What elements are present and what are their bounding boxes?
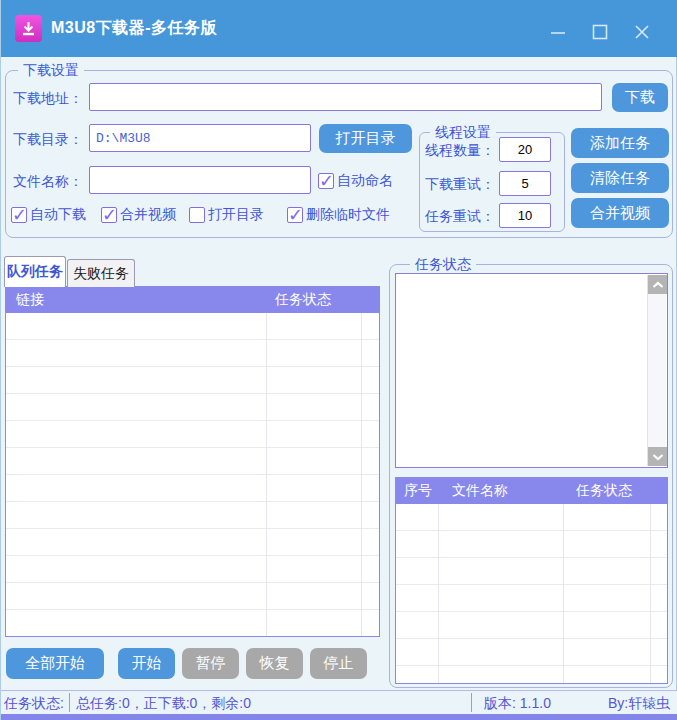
scroll-up-button[interactable] [648,275,667,294]
delete-temp-checkbox-box [287,207,303,223]
app-window: M3U8下载器-多任务版 下载设置 下载地址： 下载 下载目录： 打开目录 文件… [0,0,677,720]
open-folder-checkbox-box [189,207,205,223]
status-table-body[interactable] [396,504,667,683]
status-bar-divider [69,693,70,712]
task-status-group-label: 任务状态 [410,256,476,273]
status-bar-divider-2 [471,693,472,712]
queue-table-header: 链接 任务状态 [6,287,379,313]
title-bar[interactable]: M3U8下载器-多任务版 [1,0,677,57]
open-dir-button[interactable]: 打开目录 [319,124,412,153]
download-settings-group-label: 下载设置 [18,62,84,79]
url-label: 下载地址： [13,90,83,108]
open-folder-checkbox[interactable]: 打开目录 [189,206,264,224]
clear-task-button[interactable]: 清除任务 [571,163,669,193]
resume-button[interactable]: 恢复 [246,648,303,679]
chevron-down-icon [652,453,664,461]
delete-temp-checkbox[interactable]: 删除临时文件 [287,206,390,224]
tab-queue-tasks-label: 队列任务 [7,263,63,281]
download-icon [19,19,38,38]
maximize-icon [592,24,608,40]
thread-count-input[interactable] [499,137,551,162]
queue-col-link: 链接 [16,291,44,309]
queue-col-status: 任务状态 [275,291,331,309]
merge-video-button[interactable]: 合并视频 [571,198,669,228]
task-retry-input[interactable] [499,203,551,228]
thread-settings-group-label: 线程设置 [430,124,496,141]
status-col-index: 序号 [404,482,432,500]
queue-table: 链接 任务状态 [5,286,380,637]
status-bar-author: By:轩辕虫 [608,695,670,713]
app-logo-icon [15,15,42,42]
bottom-accent-strip [1,714,677,720]
status-bar-version: 版本: 1.1.0 [484,695,551,713]
merge-video-checkbox-box [101,207,117,223]
pause-button[interactable]: 暂停 [182,648,239,679]
open-folder-checkbox-label: 打开目录 [208,206,264,224]
download-retry-label: 下载重试： [425,176,495,194]
status-bar-label: 任务状态: [4,695,64,713]
status-bar: 任务状态: 总任务:0，正下载:0，剩余:0 版本: 1.1.0 By:轩辕虫 [1,690,677,714]
auto-download-checkbox-label: 自动下载 [30,206,86,224]
maximize-button[interactable] [585,20,615,44]
dir-label: 下载目录： [13,131,83,149]
task-log-area[interactable] [395,273,668,468]
tab-failed-tasks[interactable]: 失败任务 [67,259,135,287]
window-title: M3U8下载器-多任务版 [51,18,217,39]
status-table-header: 序号 文件名称 任务状态 [396,478,667,504]
chevron-up-icon [652,281,664,289]
url-input[interactable] [89,83,602,111]
thread-count-label: 线程数量： [425,142,495,160]
status-col-filename: 文件名称 [452,482,508,500]
tab-queue-tasks[interactable]: 队列任务 [4,256,66,287]
queue-table-body[interactable] [6,313,379,636]
start-button[interactable]: 开始 [118,648,175,679]
status-table: 序号 文件名称 任务状态 [395,477,668,684]
tab-failed-tasks-label: 失败任务 [73,265,129,283]
delete-temp-checkbox-label: 删除临时文件 [306,206,390,224]
stop-button[interactable]: 停止 [310,648,367,679]
auto-download-checkbox-box [11,207,27,223]
status-bar-summary: 总任务:0，正下载:0，剩余:0 [76,695,251,713]
minimize-icon [550,25,566,39]
auto-download-checkbox[interactable]: 自动下载 [11,206,86,224]
status-col-status: 任务状态 [576,482,632,500]
download-retry-input[interactable] [499,171,551,196]
auto-name-checkbox-box [318,173,334,189]
close-icon [634,24,650,40]
auto-name-checkbox[interactable]: 自动命名 [318,172,393,190]
log-scrollbar[interactable] [647,275,666,466]
dir-input[interactable] [89,124,311,152]
task-retry-label: 任务重试： [425,208,495,226]
filename-input[interactable] [89,166,311,194]
auto-name-checkbox-label: 自动命名 [337,172,393,190]
scroll-down-button[interactable] [648,447,667,466]
merge-video-checkbox-label: 合并视频 [120,206,176,224]
filename-label: 文件名称： [13,173,83,191]
start-all-button[interactable]: 全部开始 [6,648,104,679]
download-button[interactable]: 下载 [612,83,668,112]
add-task-button[interactable]: 添加任务 [571,128,669,158]
minimize-button[interactable] [543,20,573,44]
merge-video-checkbox[interactable]: 合并视频 [101,206,176,224]
task-log-text [400,277,645,464]
close-button[interactable] [627,20,657,44]
